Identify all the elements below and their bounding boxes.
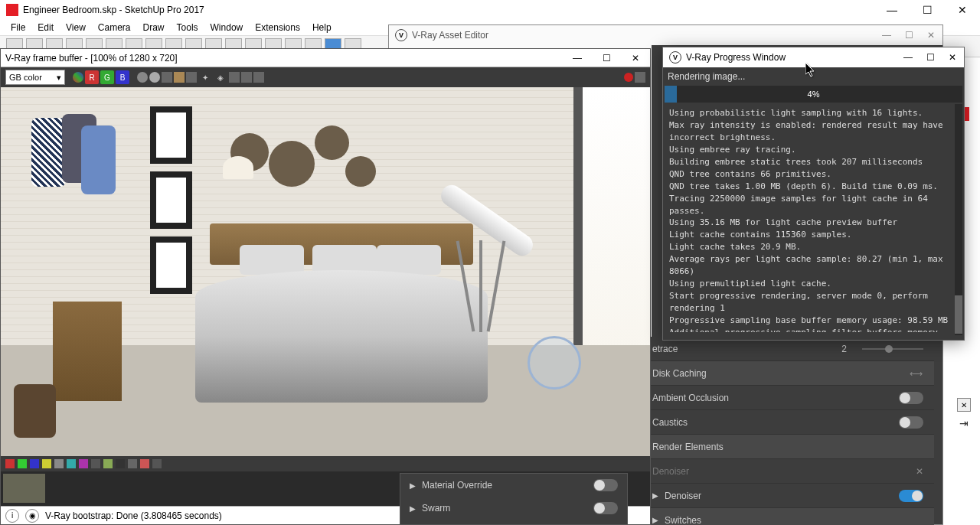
progress-close[interactable]: ✕ bbox=[949, 52, 956, 63]
menu-file[interactable]: File bbox=[5, 21, 31, 34]
vfb-tool-icon[interactable]: ◈ bbox=[214, 70, 227, 84]
progress-maximize[interactable]: ☐ bbox=[926, 52, 935, 63]
vfb-rgb-icon[interactable] bbox=[73, 72, 83, 83]
swatch-icon[interactable] bbox=[67, 459, 76, 468]
progress-bar: 4% bbox=[665, 86, 962, 103]
progress-scrollbar[interactable] bbox=[955, 104, 962, 335]
progress-minimize[interactable]: — bbox=[903, 52, 913, 63]
vfb-title: V-Ray frame buffer - [100% of 1280 x 720… bbox=[5, 53, 570, 64]
vfb-channel-r[interactable]: R bbox=[85, 70, 99, 84]
asset-editor-maximize[interactable]: ☐ bbox=[905, 30, 913, 41]
menu-tools[interactable]: Tools bbox=[171, 21, 204, 34]
vfb-close[interactable]: ✕ bbox=[629, 51, 642, 65]
vfb-titlebar[interactable]: V-Ray frame buffer - [100% of 1280 x 720… bbox=[1, 49, 650, 67]
vfb-maximize[interactable]: ☐ bbox=[599, 51, 613, 65]
scrollbar-thumb[interactable] bbox=[955, 295, 962, 334]
side-export-icon[interactable]: ⇥ bbox=[957, 416, 971, 430]
swatch-icon[interactable] bbox=[18, 459, 27, 468]
main-titlebar[interactable]: Engineer Bedroom.skp - SketchUp Pro 2017… bbox=[0, 0, 980, 19]
vray-settings-panel: etrace 2 Disk Caching ⟷ Ambient Occlusio… bbox=[642, 337, 934, 525]
denoiser-remove-icon[interactable]: ✕ bbox=[916, 466, 923, 477]
swatch-icon[interactable] bbox=[54, 459, 64, 468]
vfb-record-icon[interactable] bbox=[624, 73, 633, 82]
vfb-tool-icon[interactable] bbox=[174, 72, 185, 83]
vfb-tool-icon[interactable] bbox=[241, 72, 252, 83]
main-title: Engineer Bedroom.skp - SketchUp Pro 2017 bbox=[23, 5, 874, 15]
vfb-tool-icon[interactable] bbox=[149, 72, 160, 83]
history-thumbnail[interactable] bbox=[3, 474, 45, 503]
swarm-row[interactable]: ▶ Swarm bbox=[400, 497, 627, 520]
vfb-minimize[interactable]: — bbox=[570, 51, 584, 65]
swatch-icon[interactable] bbox=[5, 459, 15, 468]
chevron-right-icon: ▶ bbox=[652, 491, 658, 500]
swatch-icon[interactable] bbox=[116, 459, 125, 468]
vfb-channel-dropdown[interactable]: GB color▾ bbox=[5, 70, 65, 85]
swatch-icon[interactable] bbox=[103, 459, 113, 468]
render-overrides-panel: ▶ Material Override ▶ Swarm bbox=[400, 473, 628, 525]
setting-denoiser[interactable]: ▶ Denoiser bbox=[642, 484, 934, 508]
vfb-tool-icon[interactable] bbox=[253, 72, 264, 83]
progress-title: V-Ray Progress Window bbox=[686, 52, 899, 63]
menu-camera[interactable]: Camera bbox=[92, 21, 137, 34]
main-minimize-button[interactable]: — bbox=[874, 0, 910, 19]
denoiser-toggle[interactable] bbox=[899, 490, 923, 502]
vfb-tool-icon[interactable] bbox=[137, 72, 148, 83]
vfb-toolbar: GB color▾ R G B ✦ ◈ bbox=[1, 67, 650, 87]
vfb-tool-icon[interactable] bbox=[162, 72, 172, 83]
setting-switches[interactable]: ▶ Switches bbox=[642, 508, 934, 525]
swatch-icon[interactable] bbox=[79, 459, 88, 468]
asset-editor-minimize[interactable]: — bbox=[882, 30, 891, 41]
vfb-bottom-toolbar bbox=[1, 456, 650, 471]
chevron-right-icon: ▶ bbox=[410, 481, 416, 490]
info-icon[interactable]: i bbox=[5, 509, 19, 523]
asset-editor-titlebar[interactable]: V V-Ray Asset Editor — ☐ ✕ bbox=[389, 25, 942, 45]
menu-extensions[interactable]: Extensions bbox=[249, 21, 306, 34]
caustics-toggle[interactable] bbox=[899, 416, 923, 429]
setting-disk-caching[interactable]: Disk Caching ⟷ bbox=[642, 361, 934, 386]
setting-ambient-occlusion: Ambient Occlusion bbox=[642, 386, 934, 410]
chevron-right-icon: ▶ bbox=[410, 504, 416, 513]
vray-progress-window[interactable]: V V-Ray Progress Window — ☐ ✕ Rendering … bbox=[662, 47, 965, 341]
main-maximize-button[interactable]: ☐ bbox=[910, 0, 945, 19]
vfb-tool-icon[interactable] bbox=[635, 72, 645, 83]
retrace-slider[interactable] bbox=[862, 348, 923, 350]
expand-icon: ⟷ bbox=[908, 368, 923, 379]
setting-caustics: Caustics bbox=[642, 410, 934, 435]
progress-status: Rendering image... bbox=[663, 67, 964, 86]
swatch-icon[interactable] bbox=[128, 459, 137, 468]
menu-edit[interactable]: Edit bbox=[31, 21, 60, 34]
swarm-toggle[interactable] bbox=[593, 502, 618, 514]
material-override-toggle[interactable] bbox=[593, 479, 618, 491]
setting-render-elements[interactable]: Render Elements bbox=[642, 435, 934, 459]
user-icon[interactable]: ◉ bbox=[25, 509, 39, 523]
main-close-button[interactable]: ✕ bbox=[945, 0, 980, 19]
material-override-row[interactable]: ▶ Material Override bbox=[400, 474, 627, 497]
menu-draw[interactable]: Draw bbox=[137, 21, 171, 34]
swatch-icon[interactable] bbox=[30, 459, 39, 468]
swatch-icon[interactable] bbox=[42, 459, 51, 468]
ambient-occlusion-toggle[interactable] bbox=[899, 392, 923, 404]
menu-view[interactable]: View bbox=[60, 21, 92, 34]
menu-help[interactable]: Help bbox=[306, 21, 338, 34]
vray-frame-buffer-window[interactable]: V-Ray frame buffer - [100% of 1280 x 720… bbox=[0, 48, 651, 525]
vfb-tool-icon[interactable] bbox=[229, 72, 240, 83]
sketchup-app-icon bbox=[6, 4, 18, 16]
menu-window[interactable]: Window bbox=[204, 21, 250, 34]
progress-percent: 4% bbox=[665, 86, 962, 103]
vfb-render-viewport[interactable] bbox=[1, 87, 650, 456]
asset-editor-title: V-Ray Asset Editor bbox=[412, 30, 877, 41]
vfb-channel-b[interactable]: B bbox=[116, 70, 129, 84]
progress-titlebar[interactable]: V V-Ray Progress Window — ☐ ✕ bbox=[663, 47, 964, 67]
swatch-icon[interactable] bbox=[152, 459, 162, 468]
swatch-icon[interactable] bbox=[140, 459, 149, 468]
progress-log[interactable]: Using probabilistic light sampling with … bbox=[663, 103, 964, 332]
vray-icon: V bbox=[395, 29, 407, 41]
chevron-right-icon: ▶ bbox=[652, 516, 658, 524]
asset-editor-close[interactable]: ✕ bbox=[927, 30, 935, 41]
chevron-down-icon: ▾ bbox=[57, 73, 61, 83]
vfb-tool-icon[interactable] bbox=[186, 72, 197, 83]
vfb-tool-icon[interactable]: ✦ bbox=[198, 70, 212, 84]
swatch-icon[interactable] bbox=[91, 459, 100, 468]
vfb-channel-g[interactable]: G bbox=[100, 70, 114, 84]
side-close-button[interactable]: ✕ bbox=[957, 398, 971, 412]
